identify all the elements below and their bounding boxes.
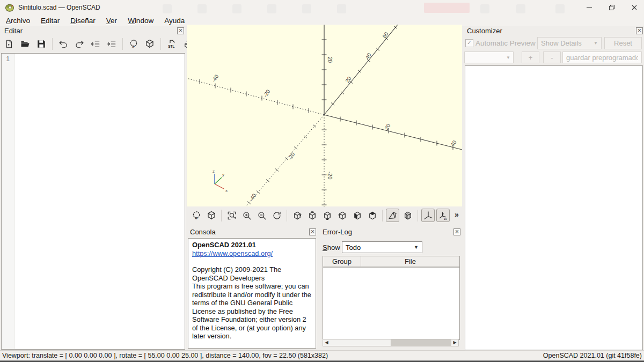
toolbar-separator [382, 210, 383, 221]
close-window-button[interactable] [624, 0, 644, 15]
ghost-overlay-icon [337, 4, 346, 13]
toolbar-separator [52, 38, 53, 50]
restore-button[interactable] [601, 0, 623, 15]
show-details-dropdown[interactable]: Show Details ▼ [537, 37, 602, 49]
menu-item-editar[interactable]: Editar [35, 16, 65, 26]
gizmo-z-label: z [213, 169, 215, 174]
customizer-panel-title: Customizer [467, 27, 502, 35]
view-bottom-icon [323, 211, 332, 220]
orthogonal-button[interactable] [401, 209, 414, 222]
menubar: ArchivoEditarDiseñarVerWindowAyuda [0, 15, 644, 26]
errorlog-panel-title: Error-Log [323, 228, 352, 236]
axis-label: -20 [327, 172, 333, 180]
customizer-parameters-area[interactable] [465, 65, 643, 350]
toolbar-separator [287, 210, 287, 221]
zoom-in-button[interactable] [240, 209, 253, 222]
menu-item-ver[interactable]: Ver [101, 16, 122, 26]
add-preset-button[interactable]: + [522, 51, 539, 63]
scroll-right-icon[interactable]: ▶ [451, 339, 458, 346]
zoom-all-button[interactable] [225, 209, 238, 222]
unindent-button[interactable] [89, 37, 103, 51]
redo-button[interactable] [72, 37, 86, 51]
view-top-icon [308, 211, 317, 220]
toolbar-separator [221, 210, 222, 221]
reset-view-button[interactable] [270, 209, 283, 222]
preset-name-input[interactable] [563, 52, 641, 63]
column-header-file: File [361, 256, 459, 267]
code-editor[interactable]: 1 [1, 53, 185, 350]
console-output[interactable]: OpenSCAD 2021.01 https://www.openscad.or… [188, 238, 316, 349]
console-close-icon[interactable]: ✕ [309, 228, 316, 235]
preset-dropdown[interactable]: ▼ [464, 51, 514, 63]
reset-view-icon [272, 211, 282, 220]
axis-label: 40 [364, 51, 372, 60]
render-button[interactable] [204, 209, 218, 222]
undo-button[interactable] [56, 37, 70, 51]
view-front-button[interactable] [350, 209, 364, 222]
x-axis-positive [324, 115, 462, 150]
svg-text:»: » [194, 215, 197, 220]
reset-button[interactable]: Reset [604, 37, 642, 49]
chevron-down-icon: ▼ [594, 41, 598, 46]
zoom-out-button[interactable] [255, 209, 268, 222]
view-left-button[interactable] [335, 209, 349, 222]
openscad-window: { "window": { "title": "Sintitulo.scad —… [0, 0, 644, 362]
log-horizontal-scrollbar[interactable]: ◀ ▶ [323, 339, 459, 346]
console-panel-title: Consola [190, 228, 216, 236]
console-link[interactable]: https://www.openscad.org/ [192, 249, 273, 257]
axis-label: -20 [262, 88, 271, 98]
customizer-close-icon[interactable]: ✕ [636, 27, 643, 34]
ghost-overlay-icon [232, 4, 241, 13]
render-button[interactable] [143, 37, 157, 51]
view-right-button[interactable] [290, 209, 304, 222]
log-table-body[interactable] [323, 268, 459, 339]
viewport-3d[interactable]: 20 40 -20 -40 20 40 60 -20 -40 20 -20 z … [187, 25, 462, 206]
menu-item-archivo[interactable]: Archivo [1, 16, 35, 26]
save-button[interactable] [34, 37, 48, 51]
export-stl-icon: STL [167, 39, 177, 49]
minimize-button[interactable] [579, 0, 600, 15]
titlebar: Sintitulo.scad — OpenSCAD [0, 0, 644, 16]
show-axes-icon [423, 211, 433, 220]
ghost-overlay-icon [480, 4, 489, 13]
perspective-button[interactable] [386, 209, 399, 222]
editor-close-icon[interactable]: ✕ [177, 27, 184, 34]
menu-item-disear[interactable]: Diseñar [65, 16, 101, 26]
toolbar-separator [160, 38, 161, 50]
preview-button[interactable]: » [127, 37, 141, 51]
show-scale-icon: 10 [438, 211, 448, 220]
show-axes-button[interactable] [421, 209, 435, 222]
view-top-button[interactable] [305, 209, 319, 222]
menu-item-window[interactable]: Window [122, 16, 159, 26]
scroll-left-icon[interactable]: ◀ [323, 339, 330, 346]
menu-item-ayuda[interactable]: Ayuda [159, 16, 190, 26]
axis-label: 20 [327, 57, 333, 63]
errorlog-close-icon[interactable]: ✕ [453, 228, 460, 235]
remove-preset-button[interactable]: - [543, 51, 561, 63]
version-status-text: OpenSCAD 2021.01 (git 41f58fe) [543, 351, 642, 360]
open-icon [20, 39, 30, 49]
toolbar-overflow-button[interactable]: » [452, 210, 461, 219]
open-button[interactable] [18, 37, 32, 51]
export-stl-button[interactable]: STL [165, 37, 179, 51]
view-bottom-button[interactable] [320, 209, 334, 222]
preview-button[interactable]: » [189, 209, 203, 222]
new-file-button[interactable] [2, 37, 16, 51]
viewport-toolbar: »10 [187, 207, 462, 224]
log-filter-value: Todo [346, 243, 361, 252]
view-back-button[interactable] [365, 209, 379, 222]
viewport-axes: 20 40 -20 -40 20 40 60 -20 -40 20 -20 z … [187, 25, 462, 206]
ghost-overlay-icon [516, 4, 525, 13]
gizmo-x-label: x [225, 188, 228, 193]
axis-label: 20 [383, 122, 391, 131]
view-back-icon [368, 211, 377, 220]
chevron-down-icon: ▼ [506, 55, 510, 60]
scrollbar-thumb[interactable] [391, 339, 451, 346]
automatic-preview-checkbox[interactable]: ✓ [465, 39, 473, 47]
log-filter-dropdown[interactable]: Todo ▼ [342, 241, 422, 253]
preset-name-field-wrap [562, 51, 642, 63]
show-scale-button[interactable]: 10 [436, 209, 450, 222]
indent-button[interactable] [105, 37, 119, 51]
console-version-line: OpenSCAD 2021.01 [192, 241, 312, 249]
viewport-status-text: Viewport: translate = [ 0.00 0.00 0.00 ]… [2, 351, 328, 360]
